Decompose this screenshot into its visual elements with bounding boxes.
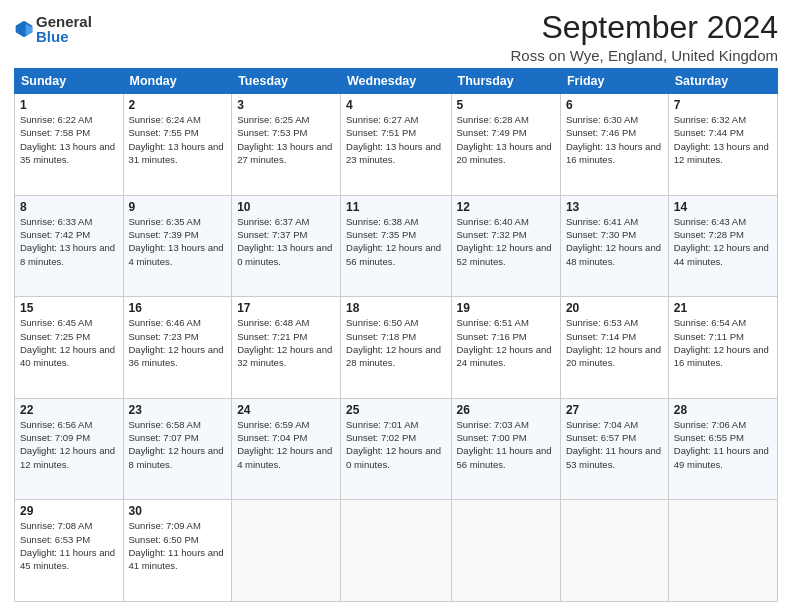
day-number: 16 [129, 301, 227, 315]
day-cell: 26Sunrise: 7:03 AMSunset: 7:00 PMDayligh… [451, 398, 560, 500]
day-cell: 29Sunrise: 7:08 AMSunset: 6:53 PMDayligh… [15, 500, 124, 602]
day-info: Sunrise: 6:24 AMSunset: 7:55 PMDaylight:… [129, 113, 227, 166]
day-number: 17 [237, 301, 335, 315]
logo-blue-text: Blue [36, 29, 92, 44]
day-info: Sunrise: 6:35 AMSunset: 7:39 PMDaylight:… [129, 215, 227, 268]
day-cell: 17Sunrise: 6:48 AMSunset: 7:21 PMDayligh… [232, 297, 341, 399]
day-info: Sunrise: 6:38 AMSunset: 7:35 PMDaylight:… [346, 215, 445, 268]
day-number: 24 [237, 403, 335, 417]
day-cell: 24Sunrise: 6:59 AMSunset: 7:04 PMDayligh… [232, 398, 341, 500]
day-cell: 11Sunrise: 6:38 AMSunset: 7:35 PMDayligh… [341, 195, 451, 297]
day-number: 2 [129, 98, 227, 112]
day-cell [451, 500, 560, 602]
calendar-table: SundayMondayTuesdayWednesdayThursdayFrid… [14, 68, 778, 602]
day-cell: 10Sunrise: 6:37 AMSunset: 7:37 PMDayligh… [232, 195, 341, 297]
day-cell: 28Sunrise: 7:06 AMSunset: 6:55 PMDayligh… [668, 398, 777, 500]
day-cell: 1Sunrise: 6:22 AMSunset: 7:58 PMDaylight… [15, 94, 124, 196]
day-number: 22 [20, 403, 118, 417]
day-info: Sunrise: 7:01 AMSunset: 7:02 PMDaylight:… [346, 418, 445, 471]
header-row: SundayMondayTuesdayWednesdayThursdayFrid… [15, 69, 778, 94]
day-number: 25 [346, 403, 445, 417]
day-info: Sunrise: 6:56 AMSunset: 7:09 PMDaylight:… [20, 418, 118, 471]
day-info: Sunrise: 7:04 AMSunset: 6:57 PMDaylight:… [566, 418, 663, 471]
day-number: 30 [129, 504, 227, 518]
day-cell: 3Sunrise: 6:25 AMSunset: 7:53 PMDaylight… [232, 94, 341, 196]
day-cell: 12Sunrise: 6:40 AMSunset: 7:32 PMDayligh… [451, 195, 560, 297]
day-cell: 7Sunrise: 6:32 AMSunset: 7:44 PMDaylight… [668, 94, 777, 196]
day-cell: 20Sunrise: 6:53 AMSunset: 7:14 PMDayligh… [560, 297, 668, 399]
day-number: 1 [20, 98, 118, 112]
day-info: Sunrise: 6:27 AMSunset: 7:51 PMDaylight:… [346, 113, 445, 166]
day-info: Sunrise: 6:25 AMSunset: 7:53 PMDaylight:… [237, 113, 335, 166]
day-cell: 14Sunrise: 6:43 AMSunset: 7:28 PMDayligh… [668, 195, 777, 297]
day-info: Sunrise: 6:59 AMSunset: 7:04 PMDaylight:… [237, 418, 335, 471]
day-info: Sunrise: 7:03 AMSunset: 7:00 PMDaylight:… [457, 418, 555, 471]
day-info: Sunrise: 6:40 AMSunset: 7:32 PMDaylight:… [457, 215, 555, 268]
day-info: Sunrise: 7:09 AMSunset: 6:50 PMDaylight:… [129, 519, 227, 572]
day-cell: 30Sunrise: 7:09 AMSunset: 6:50 PMDayligh… [123, 500, 232, 602]
day-cell: 9Sunrise: 6:35 AMSunset: 7:39 PMDaylight… [123, 195, 232, 297]
day-cell: 19Sunrise: 6:51 AMSunset: 7:16 PMDayligh… [451, 297, 560, 399]
day-cell: 8Sunrise: 6:33 AMSunset: 7:42 PMDaylight… [15, 195, 124, 297]
col-header-friday: Friday [560, 69, 668, 94]
day-number: 23 [129, 403, 227, 417]
day-number: 4 [346, 98, 445, 112]
col-header-tuesday: Tuesday [232, 69, 341, 94]
day-cell: 16Sunrise: 6:46 AMSunset: 7:23 PMDayligh… [123, 297, 232, 399]
day-number: 21 [674, 301, 772, 315]
day-cell: 2Sunrise: 6:24 AMSunset: 7:55 PMDaylight… [123, 94, 232, 196]
day-number: 7 [674, 98, 772, 112]
day-info: Sunrise: 6:45 AMSunset: 7:25 PMDaylight:… [20, 316, 118, 369]
day-cell: 27Sunrise: 7:04 AMSunset: 6:57 PMDayligh… [560, 398, 668, 500]
day-number: 18 [346, 301, 445, 315]
day-cell: 22Sunrise: 6:56 AMSunset: 7:09 PMDayligh… [15, 398, 124, 500]
day-cell [560, 500, 668, 602]
week-row-5: 29Sunrise: 7:08 AMSunset: 6:53 PMDayligh… [15, 500, 778, 602]
day-number: 3 [237, 98, 335, 112]
day-info: Sunrise: 6:41 AMSunset: 7:30 PMDaylight:… [566, 215, 663, 268]
day-info: Sunrise: 6:32 AMSunset: 7:44 PMDaylight:… [674, 113, 772, 166]
day-cell [232, 500, 341, 602]
day-info: Sunrise: 6:50 AMSunset: 7:18 PMDaylight:… [346, 316, 445, 369]
logo-general-text: General [36, 14, 92, 29]
location: Ross on Wye, England, United Kingdom [510, 47, 778, 64]
week-row-3: 15Sunrise: 6:45 AMSunset: 7:25 PMDayligh… [15, 297, 778, 399]
day-info: Sunrise: 6:33 AMSunset: 7:42 PMDaylight:… [20, 215, 118, 268]
day-number: 19 [457, 301, 555, 315]
col-header-monday: Monday [123, 69, 232, 94]
day-cell: 18Sunrise: 6:50 AMSunset: 7:18 PMDayligh… [341, 297, 451, 399]
day-number: 13 [566, 200, 663, 214]
day-info: Sunrise: 6:30 AMSunset: 7:46 PMDaylight:… [566, 113, 663, 166]
day-cell: 23Sunrise: 6:58 AMSunset: 7:07 PMDayligh… [123, 398, 232, 500]
header: General Blue September 2024 Ross on Wye,… [14, 10, 778, 64]
day-cell: 6Sunrise: 6:30 AMSunset: 7:46 PMDaylight… [560, 94, 668, 196]
day-number: 28 [674, 403, 772, 417]
day-number: 27 [566, 403, 663, 417]
day-number: 12 [457, 200, 555, 214]
col-header-sunday: Sunday [15, 69, 124, 94]
col-header-wednesday: Wednesday [341, 69, 451, 94]
page: General Blue September 2024 Ross on Wye,… [0, 0, 792, 612]
day-info: Sunrise: 6:46 AMSunset: 7:23 PMDaylight:… [129, 316, 227, 369]
day-cell [668, 500, 777, 602]
day-number: 29 [20, 504, 118, 518]
day-info: Sunrise: 6:58 AMSunset: 7:07 PMDaylight:… [129, 418, 227, 471]
day-number: 6 [566, 98, 663, 112]
title-section: September 2024 Ross on Wye, England, Uni… [510, 10, 778, 64]
logo-text: General Blue [36, 14, 92, 44]
day-info: Sunrise: 7:08 AMSunset: 6:53 PMDaylight:… [20, 519, 118, 572]
day-info: Sunrise: 6:22 AMSunset: 7:58 PMDaylight:… [20, 113, 118, 166]
day-number: 14 [674, 200, 772, 214]
logo: General Blue [14, 14, 92, 44]
day-number: 26 [457, 403, 555, 417]
logo-icon [14, 19, 34, 39]
day-cell: 21Sunrise: 6:54 AMSunset: 7:11 PMDayligh… [668, 297, 777, 399]
week-row-1: 1Sunrise: 6:22 AMSunset: 7:58 PMDaylight… [15, 94, 778, 196]
week-row-2: 8Sunrise: 6:33 AMSunset: 7:42 PMDaylight… [15, 195, 778, 297]
day-number: 20 [566, 301, 663, 315]
day-cell: 15Sunrise: 6:45 AMSunset: 7:25 PMDayligh… [15, 297, 124, 399]
day-cell: 4Sunrise: 6:27 AMSunset: 7:51 PMDaylight… [341, 94, 451, 196]
day-info: Sunrise: 6:37 AMSunset: 7:37 PMDaylight:… [237, 215, 335, 268]
col-header-thursday: Thursday [451, 69, 560, 94]
day-info: Sunrise: 6:53 AMSunset: 7:14 PMDaylight:… [566, 316, 663, 369]
